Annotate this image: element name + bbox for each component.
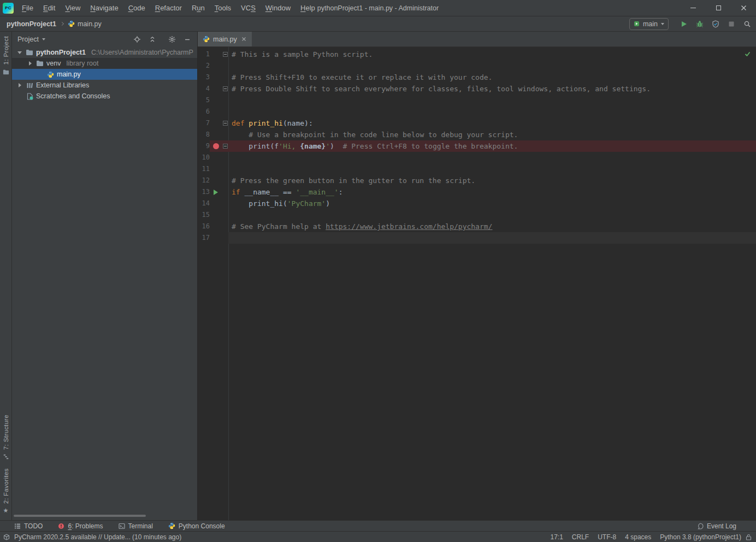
- menu-edit[interactable]: Edit: [38, 0, 60, 16]
- maximize-button[interactable]: [706, 0, 731, 16]
- status-indent-style[interactable]: 4 spaces: [625, 533, 651, 541]
- code-line-2[interactable]: 2: [198, 60, 756, 72]
- main-area: 1: Project 7: Structure 2: Favorites ★ P…: [0, 32, 756, 520]
- project-hscrollbar[interactable]: [14, 515, 146, 517]
- hide-panel-icon[interactable]: [183, 35, 192, 44]
- line-number[interactable]: 14: [198, 198, 210, 209]
- chevron-down-icon[interactable]: [42, 38, 45, 40]
- coverage-button[interactable]: [711, 20, 720, 28]
- code-line-11[interactable]: 11: [198, 163, 756, 175]
- status-interpreter[interactable]: Python 3.8 (pythonProject1): [660, 533, 741, 541]
- minimize-button[interactable]: [681, 0, 706, 16]
- tree-item-venv[interactable]: venvlibrary root: [12, 58, 197, 69]
- settings-gear-icon[interactable]: [168, 35, 176, 44]
- line-number[interactable]: 4: [198, 83, 210, 95]
- status-encoding[interactable]: UTF-8: [598, 533, 616, 541]
- menu-help[interactable]: Help: [296, 0, 320, 16]
- line-number[interactable]: 1: [198, 49, 210, 60]
- line-number[interactable]: 5: [198, 95, 210, 106]
- line-number[interactable]: 15: [198, 209, 210, 221]
- code-line-13[interactable]: 13if __name__ == '__main__':: [198, 186, 756, 198]
- code-line-9[interactable]: 9 print(f'Hi, {name}') # Press Ctrl+F8 t…: [198, 140, 756, 152]
- code-line-1[interactable]: 1# This is a sample Python script.: [198, 49, 756, 60]
- fold-marker-icon[interactable]: [223, 144, 228, 149]
- menu-window[interactable]: Window: [261, 0, 296, 16]
- code-line-6[interactable]: 6: [198, 106, 756, 117]
- comment-link[interactable]: https://www.jetbrains.com/help/pycharm/: [326, 222, 492, 231]
- fold-strip: [222, 175, 228, 186]
- fold-marker-icon[interactable]: [223, 121, 228, 126]
- code-line-4[interactable]: 4# Press Double Shift to search everywhe…: [198, 83, 756, 95]
- chevron-down-icon[interactable]: [16, 51, 23, 54]
- breakpoint-icon[interactable]: [213, 143, 219, 149]
- collapse-all-icon[interactable]: [148, 35, 157, 44]
- debug-button[interactable]: [695, 20, 704, 28]
- menu-file[interactable]: File: [17, 0, 38, 16]
- menu-refactor[interactable]: Refactor: [150, 0, 187, 16]
- menu-code[interactable]: Code: [123, 0, 150, 16]
- update-package-icon[interactable]: [3, 534, 10, 540]
- lock-icon[interactable]: [746, 534, 752, 540]
- run-button[interactable]: [680, 20, 688, 28]
- tool-button-python-console[interactable]: Python Console: [168, 522, 225, 530]
- stop-button[interactable]: [727, 20, 736, 28]
- status-message[interactable]: PyCharm 2020.2.5 available // Update... …: [14, 533, 181, 541]
- menu-view[interactable]: View: [60, 0, 85, 16]
- menu-tools[interactable]: Tools: [210, 0, 236, 16]
- code-line-7[interactable]: 7def print_hi(name):: [198, 117, 756, 129]
- status-line-ending[interactable]: CRLF: [572, 533, 589, 541]
- line-number[interactable]: 2: [198, 60, 210, 72]
- code-line-5[interactable]: 5: [198, 95, 756, 106]
- tool-button-todo[interactable]: TODO: [14, 522, 43, 530]
- project-panel-title[interactable]: Project: [17, 36, 39, 43]
- line-number[interactable]: 17: [198, 232, 210, 244]
- tree-item-pythonproject1[interactable]: pythonProject1C:\Users\Administrator\Pyc…: [12, 47, 197, 58]
- code-line-8[interactable]: 8 # Use a breakpoint in the code line be…: [198, 129, 756, 140]
- line-number[interactable]: 11: [198, 163, 210, 175]
- tool-button-terminal[interactable]: Terminal: [119, 522, 153, 530]
- fold-marker-icon[interactable]: [223, 86, 228, 91]
- menu-vcs[interactable]: VCS: [236, 0, 261, 16]
- breadcrumb-project[interactable]: pythonProject1: [7, 20, 56, 28]
- code-line-17[interactable]: 17: [198, 232, 756, 244]
- status-caret-position[interactable]: 17:1: [551, 533, 563, 541]
- run-config-selector[interactable]: main: [629, 18, 669, 30]
- chevron-right-icon[interactable]: [16, 83, 23, 87]
- tree-item-external-libraries[interactable]: External Libraries: [12, 80, 197, 91]
- run-gutter-icon[interactable]: [214, 190, 218, 195]
- fold-marker-icon[interactable]: [223, 52, 228, 57]
- code-line-16[interactable]: 16# See PyCharm help at https://www.jetb…: [198, 221, 756, 232]
- locate-file-icon[interactable]: [133, 35, 141, 44]
- code-line-3[interactable]: 3# Press Shift+F10 to execute it or repl…: [198, 72, 756, 83]
- tool-button-problems[interactable]: 6: Problems: [58, 522, 103, 530]
- close-button[interactable]: [731, 0, 756, 16]
- line-number[interactable]: 10: [198, 152, 210, 163]
- tool-button-structure[interactable]: 7: Structure: [0, 415, 11, 460]
- tab-main-py[interactable]: main.py: [198, 32, 252, 46]
- menu-navigate[interactable]: Navigate: [85, 0, 123, 16]
- line-number[interactable]: 16: [198, 221, 210, 232]
- code-line-10[interactable]: 10: [198, 152, 756, 163]
- inspections-ok-icon[interactable]: [744, 50, 751, 57]
- line-number[interactable]: 9: [198, 140, 210, 152]
- breadcrumb-file[interactable]: main.py: [68, 20, 102, 28]
- line-number[interactable]: 7: [198, 117, 210, 129]
- chevron-right-icon[interactable]: [27, 61, 33, 66]
- tab-close-icon[interactable]: [241, 37, 247, 42]
- code-line-15[interactable]: 15: [198, 209, 756, 221]
- line-number[interactable]: 3: [198, 72, 210, 83]
- tool-button-project[interactable]: 1: Project: [0, 36, 11, 75]
- code-line-14[interactable]: 14 print_hi('PyCharm'): [198, 198, 756, 209]
- line-number[interactable]: 12: [198, 175, 210, 186]
- code-line-12[interactable]: 12# Press the green button in the gutter…: [198, 175, 756, 186]
- line-number[interactable]: 6: [198, 106, 210, 117]
- tree-item-main-py[interactable]: main.py: [12, 69, 197, 80]
- menu-run[interactable]: Run: [187, 0, 210, 16]
- line-number[interactable]: 13: [198, 186, 210, 198]
- tool-button-event-log[interactable]: Event Log: [697, 522, 736, 530]
- line-number[interactable]: 8: [198, 129, 210, 140]
- tool-button-favorites[interactable]: 2: Favorites ★: [0, 468, 11, 514]
- search-everywhere-icon[interactable]: [743, 20, 752, 28]
- tree-item-scratches-and-consoles[interactable]: Scratches and Consoles: [12, 91, 197, 102]
- editor-body[interactable]: 1# This is a sample Python script.23# Pr…: [198, 47, 756, 520]
